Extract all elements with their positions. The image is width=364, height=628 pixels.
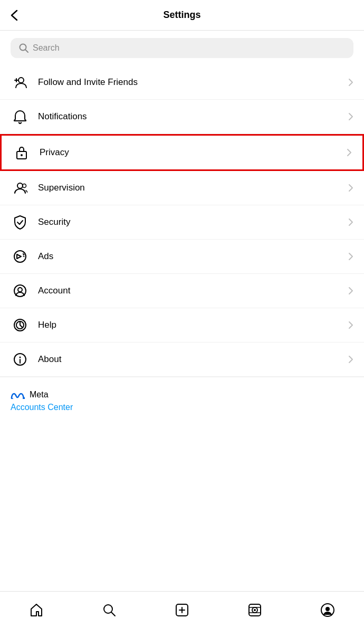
chevron-icon	[348, 252, 353, 261]
svg-point-15	[20, 357, 21, 358]
privacy-icon	[12, 145, 31, 160]
menu-item-account[interactable]: Account	[0, 274, 364, 308]
notifications-label: Notifications	[38, 111, 348, 122]
privacy-label: Privacy	[40, 147, 347, 158]
meta-label: Meta	[30, 390, 49, 399]
follow-invite-label: Follow and Invite Friends	[38, 77, 348, 88]
help-label: Help	[38, 320, 348, 330]
follow-icon	[11, 75, 30, 90]
notifications-icon	[11, 109, 30, 124]
svg-point-6	[21, 154, 23, 156]
search-container: Search	[0, 31, 364, 65]
svg-point-11	[18, 288, 22, 292]
search-box[interactable]: Search	[11, 38, 353, 58]
menu-item-notifications[interactable]: Notifications	[0, 100, 364, 134]
bottom-nav	[0, 591, 364, 628]
profile-icon	[320, 603, 335, 617]
meta-logo: Meta	[11, 390, 353, 399]
account-icon	[11, 283, 30, 298]
footer-section: Meta Accounts Center	[0, 377, 364, 416]
svg-line-18	[111, 612, 115, 616]
supervision-label: Supervision	[38, 183, 348, 193]
settings-header: Settings	[0, 0, 364, 31]
menu-item-about[interactable]: About	[0, 342, 364, 377]
page-title: Settings	[163, 9, 200, 21]
about-icon	[11, 352, 30, 367]
back-button[interactable]	[11, 9, 18, 21]
menu-item-privacy[interactable]: Privacy	[0, 134, 364, 171]
nav-search[interactable]	[97, 597, 122, 623]
svg-line-1	[25, 50, 28, 52]
search-icon	[19, 43, 28, 53]
chevron-icon	[347, 148, 352, 157]
settings-menu: Follow and Invite Friends Notifications …	[0, 65, 364, 377]
svg-point-7	[17, 183, 23, 188]
about-label: About	[38, 354, 348, 365]
supervision-icon	[11, 180, 30, 195]
svg-point-2	[18, 78, 24, 83]
chevron-icon	[348, 321, 353, 329]
nav-profile[interactable]	[315, 597, 340, 623]
svg-point-28	[325, 607, 330, 611]
help-icon	[11, 318, 30, 332]
chevron-icon	[348, 287, 353, 295]
security-label: Security	[38, 217, 348, 227]
svg-point-24	[254, 609, 256, 611]
nav-create[interactable]	[169, 597, 195, 623]
search-placeholder: Search	[33, 43, 60, 53]
chevron-icon	[348, 218, 353, 226]
chevron-icon	[348, 112, 353, 121]
menu-item-security[interactable]: Security	[0, 205, 364, 240]
ads-label: Ads	[38, 251, 348, 262]
reels-icon	[247, 603, 262, 617]
menu-item-supervision[interactable]: Supervision	[0, 171, 364, 205]
chevron-icon	[348, 355, 353, 364]
search-nav-icon	[102, 603, 117, 617]
home-icon	[29, 603, 44, 617]
menu-item-follow-invite[interactable]: Follow and Invite Friends	[0, 65, 364, 100]
accounts-center-link[interactable]: Accounts Center	[11, 403, 73, 412]
security-icon	[11, 215, 30, 230]
ads-icon	[11, 249, 30, 264]
account-label: Account	[38, 286, 348, 296]
create-icon	[175, 603, 189, 617]
nav-home[interactable]	[24, 597, 49, 623]
nav-reels[interactable]	[242, 597, 267, 623]
chevron-icon	[348, 78, 353, 87]
menu-item-ads[interactable]: Ads	[0, 240, 364, 274]
chevron-icon	[348, 184, 353, 192]
menu-item-help[interactable]: Help	[0, 308, 364, 342]
